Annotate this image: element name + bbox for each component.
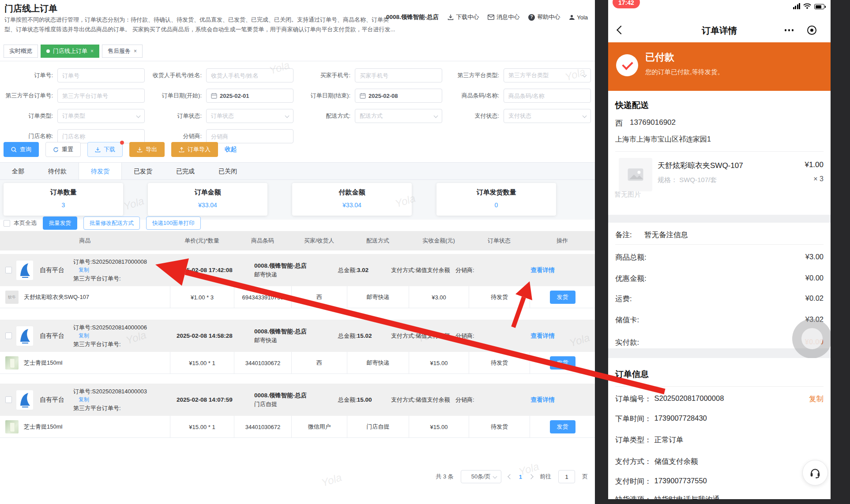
filter-form: 订单号: 收货人手机号/姓名: 买家手机号: 第三方平台类型: 第三方平台类型 …	[0, 65, 595, 146]
page-size-select[interactable]: 50条/页	[461, 470, 501, 483]
received-amount: ¥15.00	[409, 352, 469, 374]
buyer-phone-input[interactable]	[360, 72, 437, 79]
page-description-line2: 型、订单状态等维度筛选并导出优品商品的订单。 买家购买了优品商品后，系统会自动生…	[4, 25, 395, 34]
copy-link[interactable]: 复制	[79, 396, 177, 404]
date-start-picker[interactable]: 2025-02-01	[206, 89, 293, 103]
reset-button[interactable]: 重置	[45, 142, 81, 157]
view-detail-link[interactable]: 查看详情	[531, 396, 555, 403]
copy-link[interactable]: 复制	[809, 394, 824, 404]
more-options-icon[interactable]	[785, 29, 794, 31]
order-item-row: 芝士青提150ml ¥15.00 * 1 34401030672 西 邮寄快递 …	[0, 352, 595, 374]
current-page[interactable]: 1	[519, 474, 522, 480]
status-tab-completed[interactable]: 已完成	[164, 163, 207, 179]
order-checkbox[interactable]	[5, 396, 12, 403]
product-spec: 规格： SWQ-107/套	[658, 176, 717, 184]
tab-realtime-overview[interactable]: 实时概览	[4, 45, 38, 58]
check-circle-icon	[616, 54, 638, 76]
close-icon[interactable]: ×	[134, 48, 137, 54]
status-tab-closed[interactable]: 已关闭	[207, 163, 249, 179]
product-qty: × 3	[813, 175, 824, 183]
product-price: ¥1.00	[805, 161, 824, 169]
order-no: 订单号:S2025020814000003	[73, 387, 177, 396]
distributor-input[interactable]	[211, 133, 289, 140]
copy-link[interactable]: 复制	[79, 332, 177, 340]
delivery-method: 门店自提	[347, 416, 409, 438]
message-center-menu[interactable]: 消息中心	[488, 13, 519, 21]
help-center-menu[interactable]: 帮助中心	[528, 13, 560, 21]
tab-aftersale-service[interactable]: 售后服务 ×	[102, 45, 143, 58]
collapse-link[interactable]: 收起	[225, 146, 237, 153]
ship-button[interactable]: 发货	[550, 420, 575, 433]
ship-button[interactable]: 发货	[550, 291, 575, 304]
stat-cards: 订单数量3 订单金额¥33.04 付款金额¥33.04 订单发货数量0	[4, 183, 556, 216]
order-type-select[interactable]: 订单类型	[57, 109, 145, 123]
distributor-label: 分销商:	[455, 266, 497, 274]
select-all-checkbox[interactable]	[4, 220, 10, 227]
barcode-input[interactable]	[508, 93, 586, 99]
product-name: 天舒炫彩晾衣夹SWQ-107	[658, 161, 743, 171]
order-checkbox[interactable]	[5, 332, 12, 339]
goto-page-input[interactable]	[558, 470, 575, 483]
batch-modify-delivery-button[interactable]: 批量修改配送方式	[83, 217, 140, 230]
order-import-button[interactable]: 订单导入	[171, 142, 218, 157]
payment-method: 支付方式:储值支付余额	[391, 332, 455, 340]
note-value: 暂无备注信息	[644, 230, 688, 240]
export-button[interactable]: 导出	[129, 142, 165, 157]
topbar: 0008.领锋智能-总店 下载中心 消息中心 帮助中心 Yola	[386, 13, 588, 21]
divider	[615, 244, 824, 245]
download-icon	[448, 14, 454, 20]
price-qty: ¥15.00 * 1	[170, 416, 234, 438]
delivery-method-select[interactable]: 配送方式	[355, 109, 442, 123]
prev-page-button[interactable]	[508, 474, 512, 479]
pay-status-select[interactable]: 支付状态	[504, 109, 591, 123]
status-tab-to-ship[interactable]: 待发货	[79, 163, 122, 179]
order-no-input[interactable]	[62, 72, 140, 79]
order-item-row: 芝士青提150ml ¥15.00 * 1 34401030672 微信用户 门店…	[0, 416, 595, 438]
order-status-select[interactable]: 订单状态	[206, 109, 293, 123]
search-button[interactable]: 查询	[4, 142, 39, 157]
customer-service-button[interactable]	[802, 460, 828, 485]
buyer: 西	[291, 352, 347, 374]
select-all-label: 本页全选	[14, 219, 37, 227]
admin-panel: 门店线上订单 订单按照不同的状态进行管理，订单状态分别为：待付款、待确认、待发货…	[0, 0, 595, 504]
order-status: 待发货	[469, 286, 530, 308]
receiver-input[interactable]	[211, 72, 289, 79]
status-tab-all[interactable]: 全部	[0, 163, 36, 179]
third-order-no-input[interactable]	[62, 93, 140, 99]
chevron-down-icon	[583, 114, 587, 118]
ship-button[interactable]: 发货	[550, 356, 575, 370]
info-pay-time: 支付时间：1739007737550	[615, 477, 707, 486]
batch-ship-button[interactable]: 批量发货	[43, 217, 77, 230]
order-total: 总金额:3.02	[338, 266, 391, 274]
download-button[interactable]: 下载	[87, 142, 123, 157]
third-party-order-no: 第三方平台订单号:	[73, 274, 177, 283]
date-end-picker[interactable]: 2025-02-08	[355, 89, 442, 103]
view-detail-link[interactable]: 查看详情	[531, 332, 555, 339]
order-status-tabs: 全部 待付款 待发货 已发货 已完成 已关闭	[0, 162, 595, 180]
order-group-header: 自有平台 订单号:S2025020814000006 复制 第三方平台订单号: …	[0, 320, 595, 352]
store-name-input[interactable]	[62, 133, 140, 140]
download-icon	[95, 147, 101, 153]
buyer-phone-input-wrap	[355, 68, 442, 82]
status-tab-shipped[interactable]: 已发货	[122, 163, 164, 179]
close-icon[interactable]: ×	[90, 48, 94, 54]
delivery-method: 邮寄快递	[347, 352, 409, 374]
receiver-input-wrap	[206, 68, 293, 82]
chevron-down-icon	[285, 114, 290, 118]
miniprogram-close-icon[interactable]	[807, 26, 816, 35]
user-menu[interactable]: Yola	[569, 14, 588, 21]
tab-store-online-orders[interactable]: 门店线上订单 ×	[41, 45, 99, 58]
next-page-button[interactable]	[528, 474, 533, 479]
view-detail-link[interactable]: 查看详情	[531, 267, 555, 273]
watermark: Yola	[320, 471, 343, 489]
phone-page-title: 订单详情	[608, 25, 831, 37]
chevron-down-icon	[493, 474, 497, 479]
copy-link[interactable]: 复制	[79, 266, 177, 274]
platform-type-select[interactable]: 第三方平台类型	[504, 68, 591, 82]
order-checkbox[interactable]	[5, 267, 12, 273]
download-center-menu[interactable]: 下载中心	[448, 13, 479, 21]
status-tab-pending-payment[interactable]: 待付款	[36, 163, 79, 179]
order-info-card: 订单信息 订单编号：S2025020817000008 复制 下单时间：1739…	[608, 358, 831, 499]
kuaidi100-print-button[interactable]: 快递100面单打印	[146, 217, 201, 230]
page-title: 门店线上订单	[4, 3, 57, 15]
